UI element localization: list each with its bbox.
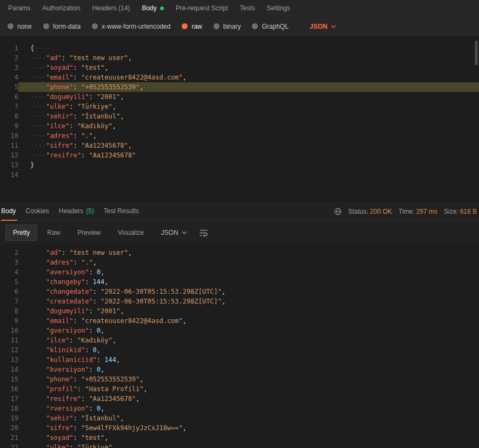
- line-content: "rversiyon": 0,: [18, 404, 479, 413]
- comma: ,: [112, 444, 116, 448]
- scrollbar-thumb[interactable]: [475, 41, 478, 65]
- body-type-form-data[interactable]: form-data: [43, 23, 81, 30]
- line-number: 9: [0, 121, 18, 131]
- globe-icon[interactable]: [334, 208, 342, 215]
- body-type-none[interactable]: none: [8, 23, 32, 30]
- colon: :: [93, 288, 101, 295]
- line-content: ····"sifre": "Aa12345678",: [18, 141, 479, 150]
- json-key: "kullaniciid": [46, 356, 97, 364]
- line-number: 18: [0, 404, 18, 413]
- whitespace-dots: ····: [34, 44, 50, 52]
- radio-label: GraphQL: [262, 23, 288, 30]
- request-body-editor[interactable]: 1{····2····"ad": "test new user",3····"s…: [0, 37, 479, 202]
- line-number: 11: [0, 335, 18, 345]
- line-number: 22: [0, 443, 18, 448]
- wrap-text-icon[interactable]: [199, 229, 208, 237]
- response-tab-body[interactable]: Body: [0, 202, 21, 221]
- view-tab-preview[interactable]: Preview: [70, 225, 108, 241]
- code-line[interactable]: 4····"email": "createuuser8422@4asd.com"…: [0, 73, 479, 82]
- json-string: "2022-06-30T05:15:53.298Z[UTC]": [101, 288, 222, 295]
- line-content: ····"ulke": "Türkiye",: [18, 102, 479, 111]
- json-string: "test new user": [69, 249, 128, 256]
- request-tab-authorization[interactable]: Authorization: [36, 0, 86, 16]
- line-number: 12: [0, 150, 18, 160]
- json-string: "2001": [97, 93, 120, 101]
- body-type-graphql[interactable]: GraphQL: [252, 23, 288, 30]
- line-content: "email": "createuuser8422@4asd.com",: [18, 316, 479, 326]
- response-format-dropdown[interactable]: JSON: [161, 229, 187, 236]
- colon: :: [73, 64, 81, 71]
- code-line[interactable]: 6····"dogumyili": "2001",: [0, 92, 479, 102]
- body-type-x-www-form-urlencoded[interactable]: x-www-form-urlencoded: [92, 23, 170, 30]
- json-string: "Kadıköy": [77, 122, 112, 130]
- line-number: 13: [0, 160, 18, 170]
- request-tab-settings[interactable]: Settings: [261, 0, 296, 16]
- json-key: "ad": [46, 249, 62, 256]
- request-tab-pre-request-script[interactable]: Pre-request Script: [170, 0, 234, 16]
- code-line[interactable]: 7····"ulke": "Türkiye",: [0, 102, 479, 111]
- request-tabs: ParamsAuthorizationHeaders (14)BodyPre-r…: [0, 0, 479, 16]
- whitespace-dots: [30, 249, 46, 256]
- view-tab-visualize[interactable]: Visualize: [110, 225, 151, 241]
- code-line[interactable]: 13}: [0, 160, 479, 170]
- comma: ,: [112, 103, 116, 110]
- body-type-raw[interactable]: raw: [182, 23, 202, 30]
- radio-icon: [8, 23, 14, 29]
- line-number: 9: [0, 316, 18, 326]
- code-line[interactable]: 14: [0, 170, 479, 180]
- request-tab-params[interactable]: Params: [2, 0, 36, 16]
- code-line[interactable]: 1{····: [0, 43, 479, 53]
- code-line[interactable]: 12····"resifre": "Aa12345678": [0, 150, 479, 160]
- line-number: 6: [0, 92, 18, 102]
- request-tab-body[interactable]: Body: [136, 0, 169, 16]
- whitespace-dots: [30, 385, 46, 393]
- response-format-label: JSON: [161, 229, 178, 236]
- radio-icon: [92, 23, 98, 29]
- json-key: "changedate": [46, 288, 93, 295]
- code-line: 3 "adres": ".",: [0, 258, 479, 267]
- whitespace-dots: ····: [30, 132, 46, 140]
- response-tab-cookies[interactable]: Cookies: [21, 202, 54, 221]
- request-tab-tests[interactable]: Tests: [234, 0, 261, 16]
- code-line: 4 "aversiyon": 0,: [0, 267, 479, 277]
- comma: ,: [120, 307, 124, 315]
- code-line[interactable]: 10····"adres": ".",: [0, 131, 479, 141]
- request-editor-scrollbar[interactable]: [474, 39, 478, 199]
- line-content: "aversiyon": 0,: [18, 267, 479, 277]
- whitespace-dots: [30, 307, 46, 315]
- json-string: ".": [81, 132, 93, 140]
- colon: :: [89, 327, 96, 334]
- line-number: 14: [0, 170, 18, 180]
- json-key: "ulke": [46, 103, 69, 110]
- body-format-dropdown[interactable]: JSON: [310, 23, 336, 30]
- code-line[interactable]: 2····"ad": "test new user",: [0, 53, 479, 63]
- status-badge: Status:200 OK: [348, 208, 392, 215]
- body-content-dot-icon: [160, 6, 164, 10]
- code-line[interactable]: 5····"phone": "+052553552539",: [0, 82, 479, 92]
- line-content: ····"dogumyili": "2001",: [18, 92, 479, 102]
- json-key: "gversiyon": [46, 327, 89, 334]
- json-string: "Aa12345678": [81, 142, 128, 149]
- request-tab-headers-14[interactable]: Headers (14): [86, 0, 136, 16]
- tab-label: Cookies: [25, 207, 49, 215]
- code-line[interactable]: 11····"sifre": "Aa12345678",: [0, 141, 479, 150]
- line-content: ····"resifre": "Aa12345678": [18, 150, 479, 160]
- response-tab-headers[interactable]: Headers(5): [54, 202, 99, 221]
- response-tab-test-results[interactable]: Test Results: [99, 202, 144, 221]
- body-type-binary[interactable]: binary: [214, 23, 241, 30]
- status-label: Status:: [348, 208, 368, 215]
- comma: ,: [128, 142, 132, 149]
- whitespace-dots: [30, 298, 46, 305]
- json-string: "Hasta Profili": [85, 385, 143, 393]
- line-number: 16: [0, 384, 18, 394]
- code-line[interactable]: 9····"ilce": "Kadıköy",: [0, 121, 479, 131]
- line-content: "dogumyili": "2001",: [18, 306, 479, 316]
- body-format-label: JSON: [310, 23, 328, 30]
- comma: ,: [112, 122, 116, 130]
- whitespace-dots: ····: [30, 142, 46, 149]
- code-line[interactable]: 8····"sehir": "İstanbul",: [0, 111, 479, 121]
- code-line[interactable]: 3····"soyad": "test",: [0, 63, 479, 73]
- view-tab-pretty[interactable]: Pretty: [5, 225, 37, 241]
- view-tab-raw[interactable]: Raw: [39, 225, 68, 241]
- line-number: 4: [0, 267, 18, 277]
